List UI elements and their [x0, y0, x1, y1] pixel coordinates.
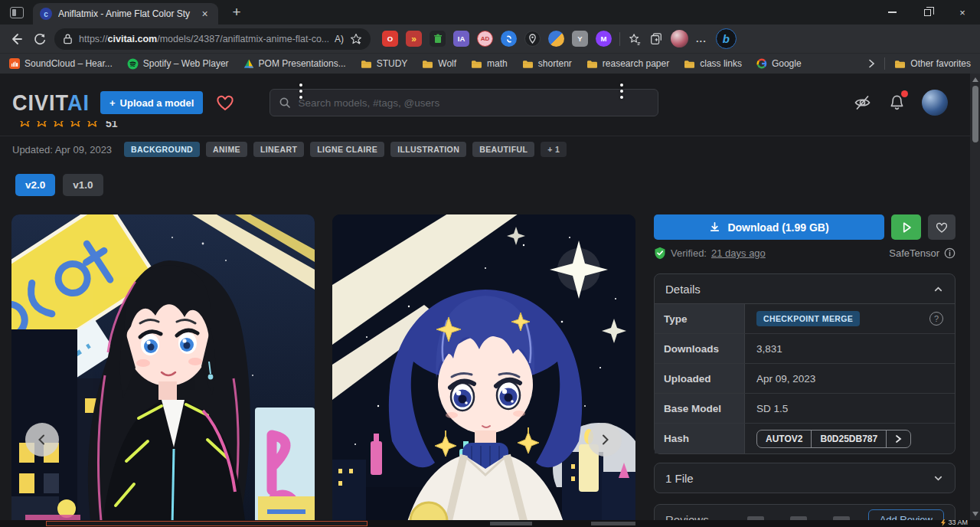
- search-bar[interactable]: [270, 89, 658, 116]
- ext-trash-icon[interactable]: [430, 31, 446, 47]
- search-input[interactable]: [298, 97, 649, 109]
- info-icon[interactable]: [944, 247, 956, 259]
- hash-pill[interactable]: AUTOV2 B0D25DB787: [756, 430, 911, 448]
- model-image-starry-girl[interactable]: [332, 214, 635, 527]
- star-icon[interactable]: [35, 121, 48, 128]
- bing-discover-icon[interactable]: b: [716, 28, 737, 49]
- refresh-button[interactable]: [31, 30, 49, 48]
- civitai-logo[interactable]: CIVITAI: [12, 90, 90, 115]
- bookmark-folder-reasearch-paper[interactable]: reasearch paper: [586, 58, 669, 69]
- details-header[interactable]: Details: [655, 274, 955, 303]
- close-button[interactable]: ×: [945, 0, 980, 25]
- download-button[interactable]: Download (1.99 GB): [654, 214, 884, 240]
- type-badge[interactable]: CHECKPOINT MERGE: [756, 311, 860, 326]
- ext-soundcloud-icon[interactable]: O: [382, 31, 398, 47]
- bookmark-folder-wolf[interactable]: Wolf: [422, 58, 456, 69]
- tab-close-icon[interactable]: ×: [198, 8, 211, 21]
- heart-icon: [215, 93, 235, 112]
- model-image-neon-city[interactable]: [11, 214, 315, 527]
- bookmark-folder-shortenr[interactable]: shortenr: [522, 58, 572, 69]
- heart-icon: [935, 221, 949, 234]
- bookmark-pom-presentations[interactable]: POM Presentations...: [243, 58, 346, 69]
- image1-menu-button[interactable]: [297, 81, 305, 101]
- rating-row-partial: 51: [18, 121, 118, 132]
- bookmark-folder-math[interactable]: math: [471, 58, 508, 69]
- detail-row-downloads: Downloads 3,831: [655, 334, 955, 364]
- bookmark-folder-class-links[interactable]: class links: [684, 58, 742, 69]
- verified-row: Verified: 21 days ago SafeTensor: [654, 247, 956, 260]
- hide-content-eye-off-icon[interactable]: [853, 93, 872, 112]
- folder-icon: [522, 59, 534, 69]
- browser-tab[interactable]: c Aniflatmix - Anime Flat Color Sty ×: [33, 3, 218, 25]
- download-icon: [709, 221, 720, 233]
- other-favorites[interactable]: Other favorites: [894, 58, 971, 69]
- tag-ligne-claire[interactable]: LIGNE CLAIRE: [310, 142, 384, 157]
- ext-adblock-icon[interactable]: AD: [477, 31, 493, 47]
- star-icon[interactable]: [18, 121, 31, 128]
- run-model-button[interactable]: [891, 214, 921, 240]
- tag-more[interactable]: + 1: [541, 142, 567, 157]
- tag-anime[interactable]: ANIME: [206, 142, 247, 157]
- ext-pin-icon[interactable]: [524, 31, 541, 47]
- tag-beautiful[interactable]: BEAUTIFUL: [472, 142, 534, 157]
- scrollbar-thumb[interactable]: [972, 86, 978, 142]
- bookmarks-overflow-icon[interactable]: [868, 59, 875, 68]
- ext-m-icon[interactable]: M: [596, 31, 612, 47]
- bookmarks-divider: [884, 57, 885, 70]
- upload-model-button[interactable]: + Upload a model: [100, 91, 203, 114]
- ext-fastforward-icon[interactable]: »: [406, 31, 422, 47]
- carousel-prev-button[interactable]: [25, 423, 59, 457]
- ext-ia-icon[interactable]: IA: [453, 31, 469, 47]
- minimize-icon: [888, 11, 897, 13]
- pin-icon: [528, 34, 537, 44]
- file-format: SafeTensor: [889, 247, 956, 259]
- drive-icon: [243, 59, 254, 69]
- ext-y-icon[interactable]: Y: [572, 31, 588, 47]
- carousel-next-button[interactable]: [588, 423, 622, 457]
- image2-menu-button[interactable]: [618, 81, 626, 101]
- bookmark-folder-study[interactable]: STUDY: [361, 58, 408, 69]
- tab-actions-icon[interactable]: [10, 7, 24, 18]
- notifications-button[interactable]: [888, 93, 906, 112]
- detail-row-uploaded: Uploaded Apr 09, 2023: [655, 364, 955, 394]
- ext-shazam-icon[interactable]: [501, 31, 517, 47]
- details-panel: Details Type CHECKPOINT MERGE ? Download…: [654, 273, 956, 454]
- new-tab-button[interactable]: +: [227, 4, 246, 21]
- type-help-icon[interactable]: ?: [929, 312, 943, 326]
- version-selector: v2.0 v1.0: [15, 174, 103, 196]
- star-icon[interactable]: [52, 121, 65, 128]
- back-button[interactable]: [7, 30, 25, 48]
- tag-background[interactable]: BACKGROUND: [124, 142, 200, 157]
- updated-date: Updated: Apr 09, 2023: [12, 144, 112, 155]
- favorites-hub-icon[interactable]: [628, 32, 642, 46]
- tag-illustration[interactable]: ILLUSTRATION: [390, 142, 466, 157]
- address-bar[interactable]: https://civitai.com/models/24387/aniflat…: [54, 28, 371, 50]
- browser-profile-avatar[interactable]: [671, 30, 688, 47]
- liked-models-button[interactable]: [215, 93, 235, 112]
- favorite-model-button[interactable]: [928, 214, 956, 240]
- bookmark-soundcloud[interactable]: SoundCloud – Hear...: [9, 58, 113, 69]
- files-header[interactable]: 1 File: [655, 463, 955, 493]
- version-v1-button[interactable]: v1.0: [63, 174, 103, 196]
- browser-menu-icon[interactable]: ...: [696, 33, 707, 44]
- bookmark-spotify[interactable]: Spotify – Web Player: [127, 58, 229, 70]
- collections-icon[interactable]: [649, 32, 663, 46]
- restore-button[interactable]: [910, 0, 945, 25]
- favorite-star-icon[interactable]: [350, 33, 362, 45]
- scrollbar-up-arrow[interactable]: [972, 77, 978, 82]
- scrollbar-down-arrow[interactable]: [972, 512, 978, 516]
- version-v2-button[interactable]: v2.0: [15, 174, 55, 196]
- tag-lineart[interactable]: LINEART: [253, 142, 304, 157]
- star-icon[interactable]: [86, 121, 99, 128]
- google-icon: [756, 58, 767, 69]
- verified-time-link[interactable]: 21 days ago: [711, 247, 766, 259]
- play-icon: [900, 221, 913, 234]
- page-scrollbar[interactable]: [970, 74, 980, 527]
- immersive-reader-icon[interactable]: A): [335, 34, 344, 44]
- star-icon[interactable]: [69, 121, 82, 128]
- minimize-button[interactable]: [874, 0, 910, 25]
- hash-expand-chevron-icon[interactable]: [886, 430, 910, 447]
- bookmark-google[interactable]: Google: [756, 58, 802, 69]
- user-avatar[interactable]: [922, 90, 948, 116]
- ext-globe-icon[interactable]: [548, 31, 564, 47]
